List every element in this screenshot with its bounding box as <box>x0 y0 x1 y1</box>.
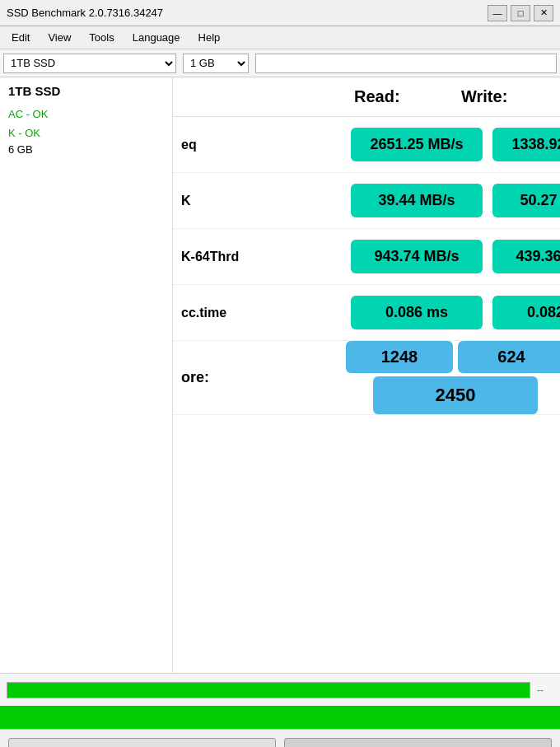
bench-cell-k64-read: 943.74 MB/s <box>346 236 488 277</box>
abort-button[interactable]: Abort <box>284 738 552 748</box>
score-total: 2450 <box>373 376 538 414</box>
start-button[interactable]: Start <box>8 738 276 748</box>
menu-bar: Edit View Tools Language Help <box>0 26 560 49</box>
extra-input[interactable] <box>255 54 557 73</box>
drive-info-ac: AC - OK <box>8 105 164 124</box>
progress-area: -- <box>0 673 560 706</box>
bench-cell-k-read: 39.44 MB/s <box>346 180 488 221</box>
bench-row-label-k: K <box>173 194 346 208</box>
bench-row-label-seq: eq <box>173 138 346 152</box>
menu-language[interactable]: Language <box>124 28 189 47</box>
write-header: Write: <box>453 87 560 106</box>
bench-headers: Read: Write: <box>173 77 560 117</box>
bench-row-label-k64: K-64Thrd <box>173 250 346 264</box>
maximize-button[interactable]: □ <box>511 5 530 21</box>
bench-row-seq: eq 2651.25 MB/s 1338.92 MB/s <box>173 117 560 173</box>
drive-info-k: K - OK <box>8 124 164 142</box>
title-bar-controls: — □ ✕ <box>488 5 553 21</box>
drive-name: 1TB SSD <box>8 84 164 98</box>
progress-bar-container <box>7 682 530 698</box>
bench-panel: Read: Write: eq 2651.25 MB/s 1338.92 MB/… <box>173 77 560 673</box>
bench-value-cctime-write: 0.082 ms <box>492 296 560 329</box>
bench-cell-seq-write: 1338.92 MB/s <box>488 124 560 165</box>
bench-row-k: K 39.44 MB/s 50.27 MB/s <box>173 173 560 229</box>
bench-cell-k64-write: 439.36 MB/s <box>488 236 560 277</box>
bench-cell-cctime-write: 0.082 ms <box>488 292 560 333</box>
score-write: 624 <box>458 341 560 373</box>
left-panel: 1TB SSD AC - OK K - OK 6 GB <box>0 77 173 673</box>
menu-view[interactable]: View <box>40 28 79 47</box>
bench-value-k64-read: 943.74 MB/s <box>351 240 483 273</box>
read-header: Read: <box>346 87 453 106</box>
bench-cell-cctime-read: 0.086 ms <box>346 292 488 333</box>
bench-value-seq-read: 2651.25 MB/s <box>351 128 483 161</box>
window-title: SSD Benchmark 2.0.7316.34247 <box>7 7 163 19</box>
bench-value-seq-write: 1338.92 MB/s <box>492 128 560 161</box>
bench-cell-k-write: 50.27 MB/s <box>488 180 560 221</box>
menu-tools[interactable]: Tools <box>81 28 122 47</box>
score-row: ore: 1248 624 2450 <box>173 341 560 415</box>
button-bar: Start Abort <box>0 729 560 747</box>
score-read: 1248 <box>346 341 453 373</box>
progress-bar-fill <box>7 683 530 698</box>
title-bar: SSD Benchmark 2.0.7316.34247 — □ ✕ <box>0 0 560 26</box>
drive-select[interactable]: 1TB SSD <box>3 54 176 73</box>
bench-row-label-cctime: cc.time <box>173 306 346 320</box>
minimize-button[interactable]: — <box>488 5 507 21</box>
bench-value-k64-write: 439.36 MB/s <box>492 240 560 273</box>
menu-edit[interactable]: Edit <box>3 28 38 47</box>
bench-value-k-read: 39.44 MB/s <box>351 184 483 217</box>
bench-row-cctime: cc.time 0.086 ms 0.082 ms <box>173 285 560 341</box>
score-cells: 1248 624 2450 <box>346 341 560 414</box>
drive-size: 6 GB <box>8 143 164 156</box>
bench-value-k-write: 50.27 MB/s <box>492 184 560 217</box>
bench-cell-seq-read: 2651.25 MB/s <box>346 124 488 165</box>
size-select[interactable]: 1 GB 2 GB 4 GB <box>183 54 249 73</box>
bench-row-k64: K-64Thrd 943.74 MB/s 439.36 MB/s <box>173 229 560 285</box>
drive-info: AC - OK K - OK <box>8 105 164 143</box>
green-bar <box>0 706 560 729</box>
menu-help[interactable]: Help <box>190 28 229 47</box>
main-content: 1TB SSD AC - OK K - OK 6 GB Read: Write:… <box>0 77 560 673</box>
toolbar: 1TB SSD 1 GB 2 GB 4 GB <box>0 49 560 77</box>
score-label: ore: <box>173 369 346 386</box>
score-top: 1248 624 <box>346 341 560 373</box>
close-button[interactable]: ✕ <box>534 5 553 21</box>
bench-value-cctime-read: 0.086 ms <box>351 296 483 329</box>
progress-text: -- <box>537 684 553 696</box>
